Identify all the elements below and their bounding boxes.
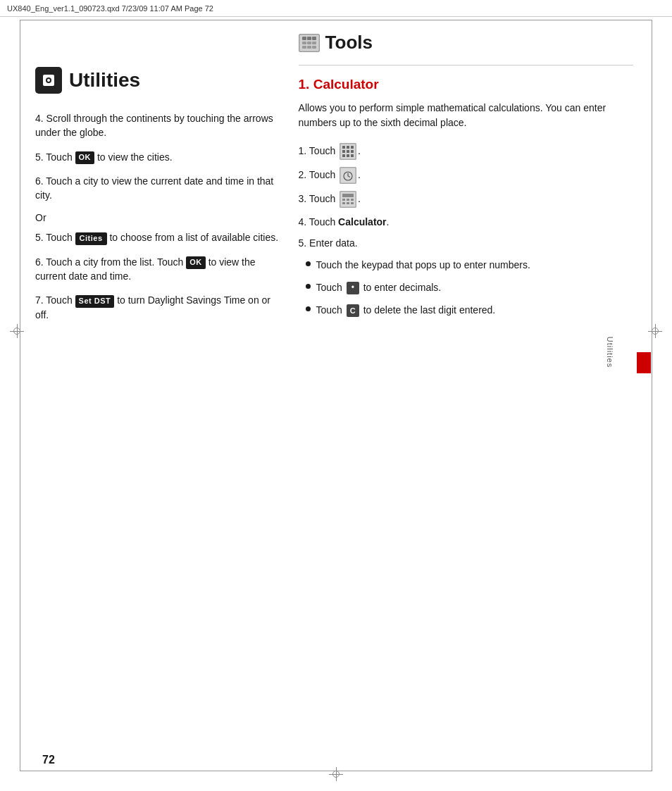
border-right xyxy=(652,20,652,771)
cities-badge: Cities xyxy=(75,232,107,245)
svg-rect-6 xyxy=(307,37,311,40)
clock-icon xyxy=(340,167,356,184)
border-left xyxy=(20,20,20,771)
left-column: Utilities 4. Scroll through the continen… xyxy=(35,67,287,332)
svg-rect-16 xyxy=(347,146,349,149)
list-item-5b: 5. Touch Cities to choose from a list of… xyxy=(35,230,287,244)
utilities-title: Utilities xyxy=(69,69,140,92)
step4-text: 4. Touch Calculator. xyxy=(299,216,390,228)
svg-rect-17 xyxy=(351,146,354,149)
bullet-dot-3 xyxy=(306,306,311,311)
item6b-text: 6. Touch a city from the list. Touch OK … xyxy=(35,256,256,282)
list-item-7: 7. Touch Set DST to turn Daylight Saving… xyxy=(35,293,287,322)
content-area: Utilities 4. Scroll through the continen… xyxy=(35,25,633,756)
bullet-item-1: Touch the keypad that pops up to enter n… xyxy=(306,258,633,272)
svg-rect-23 xyxy=(351,154,354,157)
calc-step-5: 5. Enter data. xyxy=(299,236,633,250)
svg-rect-21 xyxy=(342,154,345,157)
calc-step-3: 3. Touch . xyxy=(299,191,633,208)
svg-point-3 xyxy=(47,79,50,82)
bullet2-text: Touch to enter decimals. xyxy=(316,280,442,294)
svg-rect-35 xyxy=(351,202,354,204)
setdst-badge: Set DST xyxy=(75,295,115,308)
bullet3-text: Touch C to delete the last digit entered… xyxy=(316,303,496,317)
calc-step-2: 2. Touch . xyxy=(299,167,633,184)
svg-rect-18 xyxy=(342,150,345,153)
svg-rect-34 xyxy=(347,202,349,204)
svg-rect-13 xyxy=(312,46,316,49)
sidebar-red-bar xyxy=(637,352,651,373)
tools-title: Tools xyxy=(325,32,373,54)
svg-rect-10 xyxy=(312,42,316,44)
item6a-text: 6. Touch a city to view the current date… xyxy=(35,175,273,201)
item5a-text: 5. Touch OK to view the cities. xyxy=(35,151,173,163)
utilities-icon xyxy=(35,67,62,94)
svg-rect-9 xyxy=(307,42,311,44)
calculator-bold: Calculator xyxy=(338,216,386,228)
header-bar: UX840_Eng_ver1.1_090723.qxd 7/23/09 11:0… xyxy=(0,0,672,17)
calc-icon xyxy=(340,191,356,208)
bullet-dot-1 xyxy=(306,261,311,266)
svg-rect-30 xyxy=(342,199,345,201)
c-button-icon: C xyxy=(347,304,359,317)
svg-rect-32 xyxy=(351,199,354,201)
or-divider: Or xyxy=(35,212,287,223)
grid-icon-1 xyxy=(340,143,356,160)
tools-title-section: Tools xyxy=(299,32,633,54)
tools-divider xyxy=(299,65,633,66)
tools-icon xyxy=(299,34,320,52)
svg-rect-12 xyxy=(307,46,311,49)
bullet1-text: Touch the keypad that pops up to enter n… xyxy=(316,258,530,272)
bullet-list: Touch the keypad that pops up to enter n… xyxy=(306,258,633,318)
svg-rect-20 xyxy=(351,150,354,153)
right-column: Tools 1. Calculator Allows you to perfor… xyxy=(299,32,633,325)
svg-rect-7 xyxy=(312,37,316,40)
calc-step-1: 1. Touch . xyxy=(299,143,633,160)
step2-text: 2. Touch . xyxy=(299,169,361,180)
item5b-text: 5. Touch Cities to choose from a list of… xyxy=(35,232,278,243)
list-item-5a: 5. Touch OK to view the cities. xyxy=(35,150,287,164)
svg-rect-29 xyxy=(342,194,354,197)
svg-rect-22 xyxy=(347,154,349,157)
list-item-4: 4. Scroll through the continents by touc… xyxy=(35,111,287,140)
svg-rect-11 xyxy=(302,46,306,49)
svg-rect-31 xyxy=(347,199,349,201)
bullet-dot-2 xyxy=(306,284,311,289)
calc-step-4: 4. Touch Calculator. xyxy=(299,215,633,229)
step3-text: 3. Touch . xyxy=(299,193,361,204)
crosshair-bottom xyxy=(329,767,343,781)
utilities-title-section: Utilities xyxy=(35,67,287,94)
header-text: UX840_Eng_ver1.1_090723.qxd 7/23/09 11:0… xyxy=(7,4,213,13)
step1-text: 1. Touch . xyxy=(299,145,361,156)
svg-rect-15 xyxy=(342,146,345,149)
step5-text: 5. Enter data. xyxy=(299,237,358,249)
item7-text: 7. Touch Set DST to turn Daylight Saving… xyxy=(35,294,270,320)
item4-number: 4. Scroll through the continents by touc… xyxy=(35,113,273,138)
bullet-item-2: Touch to enter decimals. xyxy=(306,280,633,294)
border-top xyxy=(20,20,652,20)
calculator-heading: 1. Calculator xyxy=(299,77,633,92)
list-item-6b: 6. Touch a city from the list. Touch OK … xyxy=(35,255,287,284)
svg-rect-8 xyxy=(302,42,306,44)
crosshair-left xyxy=(10,324,24,338)
svg-rect-33 xyxy=(342,202,345,204)
ok-badge-2: OK xyxy=(186,256,206,269)
calculator-description: Allows you to perform simple mathematica… xyxy=(299,101,633,130)
list-item-6a: 6. Touch a city to view the current date… xyxy=(35,174,287,203)
svg-rect-5 xyxy=(302,37,306,40)
ok-badge-1: OK xyxy=(75,151,95,164)
svg-rect-19 xyxy=(347,150,349,153)
dot-button-icon xyxy=(347,282,359,294)
bullet-item-3: Touch C to delete the last digit entered… xyxy=(306,303,633,317)
